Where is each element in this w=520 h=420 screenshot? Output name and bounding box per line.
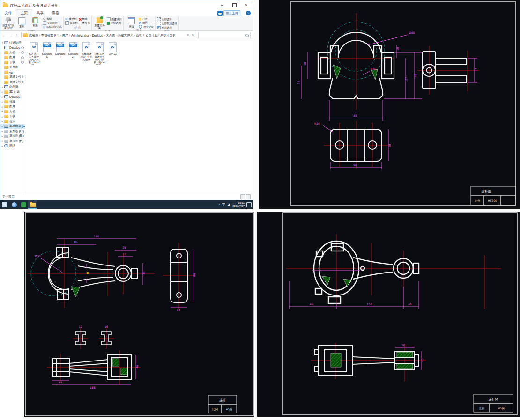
up-icon[interactable]: ↑	[14, 33, 20, 37]
history-button[interactable]: 历史记录	[139, 25, 154, 29]
dropdown-icon[interactable]: ▾	[186, 33, 191, 37]
sidebar-item-downloads[interactable]: ▸下载	[0, 114, 25, 119]
file-item-design-analysis-doc[interactable]: W 连杆工艺设计及夹具设计分析（有cad图纸）	[94, 42, 105, 65]
sidebar-item-downloads-qa[interactable]: 下载	[0, 60, 25, 65]
sidebar-item-fixture-folder[interactable]: 夹具图	[0, 65, 25, 70]
copy-button[interactable]: 复制	[15, 17, 28, 28]
invert-selection-button[interactable]: 反向选择	[157, 26, 177, 29]
sidebar-item-documents[interactable]: ▸文档	[0, 109, 25, 114]
sidebar-item-network[interactable]: ▸网络	[0, 144, 25, 149]
group-new: 新建文件夹 新建项目 轻松访问 新建	[92, 16, 124, 30]
sidebar-item-new-volume-d[interactable]: ▸新加卷 (D:)	[0, 129, 25, 134]
search-input[interactable]	[198, 32, 251, 38]
clock[interactable]: 15:11 2021/7/27	[230, 201, 246, 207]
sidebar-item-3d-objects[interactable]: ▸3D 对象	[0, 89, 25, 95]
sidebar-item-local-disk-c[interactable]: ▸本地磁盘 (C:)	[0, 124, 25, 129]
sidebar-section-quick-access[interactable]: ▾快速访问	[0, 40, 25, 45]
tab-view[interactable]: 查看	[48, 10, 63, 16]
refresh-icon[interactable]: ↻	[190, 33, 196, 37]
cloud-badge-label: 微云上传	[223, 10, 240, 16]
edit-button[interactable]: 编辑	[139, 21, 154, 24]
sidebar-item-new-volume-e[interactable]: ▸新加卷 (E:)	[0, 134, 25, 139]
maximize-button[interactable]	[228, 0, 240, 10]
start-button[interactable]	[0, 200, 9, 209]
paste-button[interactable]: 粘贴	[29, 17, 42, 27]
dim-label: 45	[310, 302, 313, 306]
tab-share[interactable]: 共享	[32, 10, 48, 16]
word-doc-icon: W	[82, 42, 90, 52]
help-icon[interactable]: ?	[246, 11, 251, 15]
cloud-upload-badge[interactable]: 微云上传	[217, 10, 240, 16]
breadcrumb-new-folder[interactable]: 新建文件夹	[118, 33, 134, 37]
breadcrumb-desktop[interactable]: Desktop	[92, 34, 103, 37]
sidebar-item-music[interactable]: ▸音乐	[0, 119, 25, 124]
minimize-button[interactable]: –	[216, 0, 228, 10]
tab-home[interactable]: 主页	[16, 9, 32, 16]
sidebar-item-new-volume-f[interactable]: ▸新加卷 (F:)	[0, 139, 25, 144]
list-view-icon[interactable]	[240, 194, 245, 199]
sidebar-item-var[interactable]: var	[0, 70, 25, 75]
tab-file[interactable]: 文件	[0, 10, 16, 16]
sidebar-item-desktop-qa[interactable]: Desktop	[0, 45, 25, 51]
dim-label: 48	[414, 74, 417, 77]
forward-icon[interactable]: →	[7, 33, 14, 37]
dim-label: 12	[79, 325, 82, 328]
sidebar-item-videos[interactable]: ▸视频	[0, 99, 25, 104]
breadcrumb-users[interactable]: 用户	[62, 33, 68, 37]
paste-shortcut-button[interactable]: 粘贴快捷方式	[43, 25, 62, 29]
file-item-readme-doc[interactable]: W 说明.11	[107, 42, 119, 55]
sidebar-item-pictures[interactable]: ▸图片	[0, 104, 25, 110]
language-indicator[interactable]: 英	[221, 202, 226, 207]
sidebar-item-new-folder-2[interactable]: 新建文件夹 (2)	[0, 80, 25, 85]
select-all-button[interactable]: 全部选择	[157, 17, 177, 21]
file-item-standard-2t[interactable]: DWG Standard 2T	[67, 42, 79, 58]
dim-label: 90	[353, 163, 357, 167]
sidebar-section-this-pc[interactable]: ▾此电脑	[0, 85, 25, 90]
taskbar-wps-icon[interactable]	[19, 200, 28, 209]
navigation-pane[interactable]: ▾快速访问 Desktop 文档 图片 下载 夹具图 var 新建文件夹 新建文…	[0, 39, 25, 194]
sidebar-item-new-folder[interactable]: 新建文件夹	[0, 75, 25, 80]
titlebar[interactable]: 连杆工艺设计及夹具设计分析 – ×	[0, 0, 253, 10]
file-list[interactable]: W 614 连杆工艺设计及夹具分析（Word版… DWG Standard G …	[25, 39, 253, 194]
file-item-standard-g[interactable]: DWG Standard G	[41, 42, 53, 58]
rename-button[interactable]: 重命名	[79, 21, 90, 24]
breadcrumb-c-drive[interactable]: 本地磁盘 (C:)	[41, 33, 59, 37]
easy-access-button[interactable]: 轻松访问	[107, 22, 122, 25]
cut-button[interactable]: 剪切	[43, 17, 62, 21]
tray-chevron-icon[interactable]: ^	[218, 203, 221, 206]
breadcrumb-administrator[interactable]: Administrator	[71, 34, 89, 37]
window-controls: – ×	[216, 0, 253, 10]
paste-shortcut-icon	[43, 26, 45, 29]
select-none-button[interactable]: 全部取消选择	[157, 22, 177, 25]
new-item-button[interactable]: 新建项目	[107, 17, 122, 21]
sidebar-item-desktop[interactable]: ▸Desktop	[0, 95, 25, 100]
rod-cap-svg: Ø58 R26 58 48 27 10 18 12	[259, 0, 520, 209]
properties-button[interactable]: 属性	[125, 17, 138, 28]
taskbar-browser-icon[interactable]	[9, 200, 19, 209]
new-folder-button[interactable]: 新建文件夹	[93, 17, 106, 29]
breadcrumb-fixture-folder[interactable]: 夹具图	[106, 33, 115, 37]
close-button[interactable]: ×	[240, 0, 253, 10]
delete-button[interactable]: 删除	[79, 17, 90, 21]
breadcrumb-this-pc[interactable]: 此电脑	[29, 33, 38, 37]
sidebar-item-pictures-qa[interactable]: 图片	[0, 55, 25, 60]
action-center-icon[interactable]	[246, 202, 252, 207]
pin-to-quick-access-button[interactable]: 固定到"快速访问"	[2, 17, 15, 29]
taskbar-explorer-icon[interactable]	[28, 200, 37, 209]
group-select: 全部选择 全部取消选择 反向选择 选择	[156, 16, 179, 30]
breadcrumb-current-folder[interactable]: 连杆工艺设计及夹具设计分析	[136, 33, 176, 37]
move-to-button[interactable]: 移动到	[65, 17, 78, 21]
sidebar-item-documents-qa[interactable]: 文档	[0, 50, 25, 55]
network-icon[interactable]: ◢	[226, 203, 230, 206]
file-item-translation-doc[interactable]: W 机械设计理论--中英文翻译	[81, 42, 92, 61]
thumbnail-view-icon[interactable]	[246, 194, 251, 199]
open-button[interactable]: 打开	[139, 17, 154, 21]
file-item-word-614[interactable]: W 614 连杆工艺设计及夹具分析（Word版…	[28, 42, 40, 65]
copy-to-button[interactable]: 复制到	[65, 21, 78, 25]
copy-path-button[interactable]: 复制路径	[43, 21, 62, 25]
explorer-app-icon	[3, 3, 8, 7]
address-bar[interactable]: 此电脑› 本地磁盘 (C:)› 用户› Administrator› Deskt…	[21, 32, 196, 38]
back-icon[interactable]: ←	[0, 33, 7, 37]
file-item-standard-t[interactable]: DWG Standard T	[54, 42, 66, 58]
dim-label: 38	[142, 271, 145, 275]
